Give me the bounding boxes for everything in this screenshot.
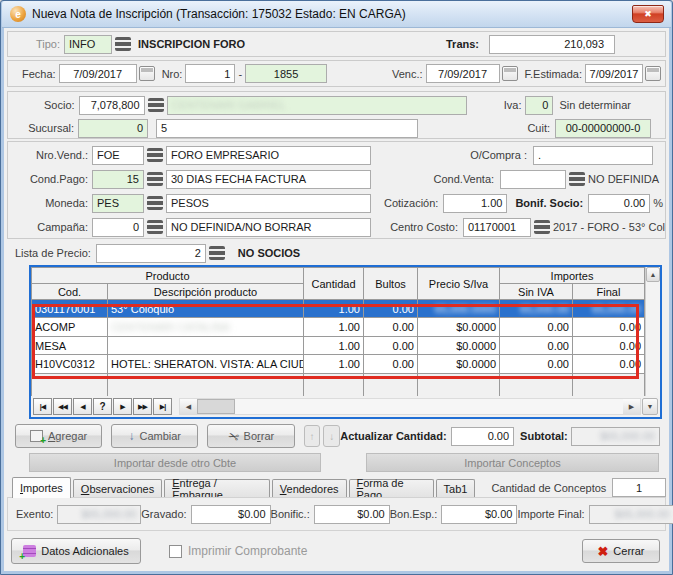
horizontal-scrollbar[interactable]: ◀ ▶	[179, 398, 641, 415]
cell-final: 65,000.00	[573, 300, 645, 318]
cell-cod: H10VC0312	[32, 355, 108, 373]
detalle-group: Nro.Vend.: FOE FORO EMPRESARIO O/Compra …	[7, 141, 666, 239]
list-icon[interactable]	[534, 220, 550, 234]
tab-strip: Importes Observaciones Entrega / Embarqu…	[7, 477, 666, 498]
cell-cantidad: 1.00	[304, 318, 364, 336]
tab-importes[interactable]: Importes	[12, 477, 71, 498]
col-cantidad: Cantidad	[304, 268, 364, 300]
import-row: Importar desde otro Cbte Importar Concep…	[7, 453, 666, 472]
col-descripcion: Descripción producto	[108, 284, 304, 300]
tab-tab1[interactable]: Tab1	[436, 479, 476, 498]
cantidad-conceptos-field[interactable]: 1	[612, 478, 666, 497]
gravado-field[interactable]: $0.00	[191, 505, 271, 524]
actions-row: + Agregar ↓ Cambiar ✂ Borrar ↑ ↓ Actuali…	[7, 423, 666, 449]
cuit-field[interactable]: 00-00000000-0	[555, 119, 651, 138]
venc-label: Venc.:	[392, 68, 423, 80]
nro-serie-field[interactable]: 1	[185, 64, 235, 83]
list-icon[interactable]	[209, 246, 225, 260]
borrar-button[interactable]: ✂ Borrar	[207, 424, 294, 448]
list-icon[interactable]	[147, 196, 163, 210]
lista-precio-row: Lista de Precio: 2 NO SOCIOS	[7, 242, 666, 264]
nav-prior-page-button[interactable]: ◀◀	[53, 398, 72, 415]
nav-next-page-button[interactable]: ▶▶	[133, 398, 152, 415]
scrollbar-thumb[interactable]	[197, 399, 235, 414]
nav-next-button[interactable]: ▶	[113, 398, 132, 415]
moneda-field[interactable]: PES	[92, 194, 144, 213]
trans-field[interactable]: 210,093	[489, 35, 615, 54]
scroll-up-button[interactable]: ▲	[646, 267, 660, 282]
subtotal-field: $65,000.00	[571, 427, 660, 446]
tab-vendedores[interactable]: Vendedores	[272, 479, 347, 498]
table-row[interactable]: ACOMP CENTENARI CATALINA 1.00 0.00 $0.00…	[32, 318, 645, 336]
bonesp-field[interactable]: $0.00	[441, 505, 517, 524]
list-icon[interactable]	[147, 172, 163, 186]
tipo-field[interactable]: INFO	[64, 35, 112, 54]
nro-numero-field[interactable]: 1855	[245, 64, 327, 83]
scissors-icon: ✂	[226, 427, 241, 445]
venc-field[interactable]: 7/09/2017	[426, 64, 500, 83]
listaprecio-description: NO SOCIOS	[238, 247, 300, 259]
move-up-button[interactable]: ↑	[304, 425, 321, 447]
tab-entrega-embarque[interactable]: Entrega / Embarque	[164, 479, 270, 498]
calendar-icon[interactable]	[645, 66, 661, 81]
bonific-field[interactable]: $0.00	[314, 505, 390, 524]
agregar-button[interactable]: + Agregar	[15, 424, 102, 448]
table-row[interactable]: H10VC0312 HOTEL: SHERATON. VISTA: ALA CI…	[32, 355, 645, 373]
nro-separator: -	[238, 68, 242, 80]
scroll-left-button[interactable]: ◀	[180, 399, 197, 414]
col-final: Final	[573, 284, 645, 300]
move-down-button[interactable]: ↓	[323, 425, 340, 447]
vertical-scrollbar[interactable]: ▲	[645, 267, 660, 396]
cell-final: 0.00	[573, 355, 645, 373]
calendar-icon[interactable]	[502, 66, 518, 81]
list-icon[interactable]	[147, 148, 163, 162]
fecha-field[interactable]: 7/09/2017	[59, 64, 137, 83]
iva-field[interactable]: 0	[525, 96, 553, 115]
nrovend-field[interactable]: FOE	[92, 146, 144, 165]
festimada-field[interactable]: 7/09/2017	[585, 64, 643, 83]
list-icon[interactable]	[148, 98, 164, 112]
table-row[interactable]: 0301170001 53° Coloquio 1.00 0.00 65,000…	[32, 300, 645, 318]
centrocosto-field[interactable]: 01170001	[463, 218, 531, 237]
redacted-sin-iva: 65,000.00	[520, 303, 569, 315]
cambiar-button[interactable]: ↓ Cambiar	[111, 424, 198, 448]
socio-field[interactable]: 7,078,800	[79, 96, 145, 115]
calendar-icon[interactable]	[139, 66, 155, 81]
importe-final-label: Importe Final:	[517, 508, 584, 520]
importar-conceptos-button[interactable]: Importar Conceptos	[366, 453, 659, 472]
table-row[interactable]: MESA 1.00 0.00 $0.0000 0.00 0.00	[32, 336, 645, 354]
list-icon[interactable]	[569, 172, 585, 186]
cambiar-label: Cambiar	[139, 430, 181, 442]
nav-first-button[interactable]: |◀	[33, 398, 52, 415]
tab-forma-de-pago[interactable]: Forma de Pago	[349, 479, 434, 498]
cotizacion-label: Cotización:	[384, 197, 438, 209]
socio-label: Socio:	[44, 99, 75, 111]
ocompra-field[interactable]: .	[533, 146, 653, 165]
nav-prior-button[interactable]: ◀	[73, 398, 92, 415]
cotizacion-field[interactable]: 1.00	[443, 194, 507, 213]
campana-field[interactable]: 0	[92, 218, 144, 237]
tab-observaciones[interactable]: Observaciones	[73, 479, 162, 498]
redacted-exento: $65,000.00	[81, 508, 136, 520]
close-button[interactable]: ✖	[632, 5, 664, 23]
datos-adicionales-button[interactable]: + Datos Adicionales	[11, 538, 141, 564]
empty-row	[32, 373, 645, 396]
list-icon[interactable]	[147, 220, 163, 234]
list-icon[interactable]	[115, 37, 131, 51]
cell-cantidad: 1.00	[304, 300, 364, 318]
condpago-field[interactable]: 15	[92, 170, 144, 189]
listaprecio-field[interactable]: 2	[96, 244, 206, 263]
actualizar-field[interactable]: 0.00	[451, 427, 514, 446]
nav-last-icon: ▶|	[160, 403, 165, 411]
imprimir-checkbox[interactable]	[169, 545, 182, 558]
bonifsocio-field[interactable]: 0.00	[588, 194, 650, 213]
cell-cantidad: 1.00	[304, 355, 364, 373]
nav-last-button[interactable]: ▶|	[153, 398, 172, 415]
scroll-down-button[interactable]: ▼	[642, 398, 658, 415]
sucursal-field[interactable]: 0	[78, 119, 148, 138]
cerrar-button[interactable]: ✖ Cerrar	[582, 539, 660, 563]
importar-cbte-button[interactable]: Importar desde otro Cbte	[29, 453, 321, 472]
nav-search-button[interactable]: ?	[93, 398, 112, 415]
scroll-right-button[interactable]: ▶	[623, 399, 640, 414]
condventa-field[interactable]	[500, 170, 566, 189]
